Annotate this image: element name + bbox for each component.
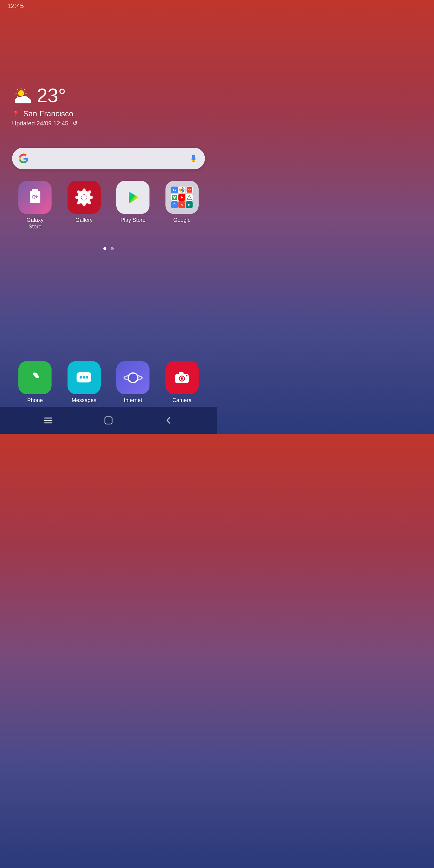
app-item-galaxy-store[interactable]: 🛍 GalaxyStore <box>12 181 58 230</box>
meet-mini: M <box>186 201 193 208</box>
google-mini-grid: G <box>170 185 194 210</box>
camera-icon <box>165 361 198 394</box>
dock: Phone Messages Internet <box>12 361 205 404</box>
location-pin-icon: 📍 <box>12 110 20 118</box>
weather-location: 📍 San Francisco <box>12 109 78 119</box>
svg-text:🛍: 🛍 <box>32 193 38 201</box>
weather-icon <box>12 87 33 104</box>
search-bar[interactable] <box>12 148 205 169</box>
svg-point-19 <box>82 188 86 194</box>
galaxy-store-icon: 🛍 <box>19 181 52 214</box>
nav-home-button[interactable] <box>103 415 114 426</box>
nav-recent-button[interactable] <box>43 415 54 426</box>
svg-point-0 <box>18 90 24 96</box>
page-indicators <box>0 247 217 250</box>
svg-point-50 <box>181 377 183 380</box>
svg-rect-32 <box>187 187 192 193</box>
svg-point-42 <box>83 376 85 378</box>
drive-mini <box>186 194 193 201</box>
weather-widget[interactable]: 23° 📍 San Francisco Updated 24/09 12:45 … <box>12 84 78 127</box>
page-dot-2[interactable] <box>111 247 114 250</box>
svg-rect-56 <box>105 417 112 424</box>
google-logo-icon <box>18 153 29 164</box>
dock-camera[interactable]: Camera <box>159 361 205 404</box>
svg-rect-13 <box>15 100 31 103</box>
svg-point-52 <box>186 375 187 376</box>
messages-label: Messages <box>72 397 96 404</box>
status-time: 12:45 <box>7 2 24 10</box>
svg-line-5 <box>17 89 18 90</box>
gmail-mini <box>186 187 193 193</box>
svg-rect-51 <box>179 372 184 375</box>
svg-line-7 <box>24 89 25 90</box>
maps-mini <box>171 194 178 201</box>
app-grid: 🛍 GalaxyStore Gallery <box>12 181 205 230</box>
app-item-google-folder[interactable]: G <box>159 181 205 230</box>
svg-point-41 <box>80 376 82 378</box>
galaxy-store-label: GalaxyStore <box>27 217 43 230</box>
svg-line-39 <box>189 195 192 199</box>
svg-point-43 <box>86 376 88 378</box>
pay-mini: P <box>171 201 178 208</box>
svg-marker-37 <box>187 195 192 199</box>
svg-line-38 <box>187 195 189 199</box>
page-dot-1[interactable] <box>103 247 106 250</box>
gallery-label: Gallery <box>75 217 93 224</box>
status-bar: 12:45 <box>0 0 217 12</box>
browser-icon <box>116 361 150 394</box>
mic-icon[interactable] <box>188 153 199 164</box>
svg-point-46 <box>129 373 137 382</box>
svg-rect-15 <box>32 189 38 192</box>
gallery-icon <box>67 181 101 214</box>
weather-temperature: 23° <box>37 84 66 107</box>
play-store-icon <box>116 181 150 214</box>
dock-phone[interactable]: Phone <box>12 361 58 404</box>
svg-point-34 <box>174 196 175 197</box>
svg-point-21 <box>75 195 81 199</box>
camera-label: Camera <box>173 397 192 404</box>
browser-label: Internet <box>124 397 142 404</box>
app-item-gallery[interactable]: Gallery <box>61 181 107 230</box>
app-item-play-store[interactable]: Play Store <box>110 181 156 230</box>
refresh-icon: ↺ <box>73 120 78 127</box>
nav-back-button[interactable] <box>163 415 174 426</box>
svg-point-20 <box>82 200 86 207</box>
chrome-mini <box>179 187 185 193</box>
google-folder-icon: G <box>165 181 198 214</box>
svg-point-22 <box>87 195 93 199</box>
play-store-label: Play Store <box>121 217 146 224</box>
dock-messages[interactable]: Messages <box>61 361 107 404</box>
nav-bar <box>0 407 217 434</box>
svg-line-8 <box>17 96 18 97</box>
google-folder-label: Google <box>173 217 191 224</box>
google-g-mini: G <box>171 187 178 193</box>
weather-updated: Updated 24/09 12:45 ↺ <box>12 120 78 127</box>
dock-browser[interactable]: Internet <box>110 361 156 404</box>
weather-temp-row: 23° <box>12 84 78 107</box>
phone-icon <box>19 361 52 394</box>
svg-point-27 <box>82 195 87 200</box>
phone-label: Phone <box>27 397 43 404</box>
ads-mini: A <box>179 201 185 208</box>
messages-icon <box>67 361 101 394</box>
youtube-mini <box>179 194 185 201</box>
svg-marker-29 <box>129 191 139 204</box>
